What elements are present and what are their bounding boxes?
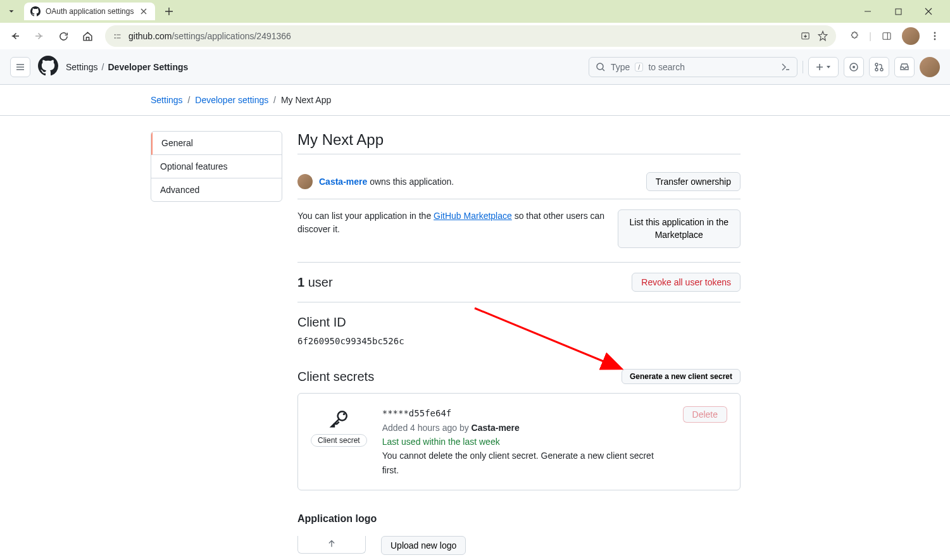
delete-secret-button: Delete xyxy=(683,406,727,423)
window-maximize-button[interactable] xyxy=(887,3,909,20)
browser-nav-bar: github.com/settings/applications/2491366… xyxy=(0,23,950,49)
svg-point-5 xyxy=(934,32,936,34)
crumb-settings-link[interactable]: Settings xyxy=(151,95,183,105)
revoke-tokens-button[interactable]: Revoke all user tokens xyxy=(632,273,741,292)
secret-last-used: Last used within the last week xyxy=(382,435,668,449)
crumb-developer-link[interactable]: Developer settings xyxy=(195,95,268,105)
search-shortcut-kbd: / xyxy=(635,63,643,72)
client-secrets-heading: Client secrets xyxy=(297,370,374,384)
svg-point-7 xyxy=(934,39,936,40)
close-icon xyxy=(141,8,147,15)
generate-client-secret-button[interactable]: Generate a new client secret xyxy=(622,369,741,384)
browser-tab-bar: OAuth application settings xyxy=(0,0,950,23)
svg-point-1 xyxy=(115,34,116,35)
bookmark-star-icon[interactable] xyxy=(817,30,828,42)
crumb-app-name: My Next App xyxy=(281,95,331,105)
list-marketplace-button[interactable]: List this application in theMarketplace xyxy=(618,209,741,248)
breadcrumb-separator: / xyxy=(102,62,104,72)
create-new-button[interactable] xyxy=(808,57,839,77)
marketplace-link[interactable]: GitHub Marketplace xyxy=(434,211,512,221)
svg-point-13 xyxy=(880,68,883,71)
pull-requests-button[interactable] xyxy=(869,57,889,77)
nav-reload-button[interactable] xyxy=(53,26,73,46)
arrow-right-icon xyxy=(34,30,45,42)
owner-text: Casta-mere owns this application. xyxy=(319,177,454,187)
chevron-down-icon xyxy=(7,7,16,16)
sidepanel-button[interactable] xyxy=(877,26,897,46)
window-minimize-button[interactable] xyxy=(856,3,879,20)
issues-button[interactable] xyxy=(844,57,864,77)
header-crumb-developer[interactable]: Developer Settings xyxy=(108,62,188,72)
owner-link[interactable]: Casta-mere xyxy=(319,177,367,187)
client-id-value: 6f260950c99345bc526c xyxy=(297,336,741,346)
user-count: 1 user xyxy=(297,275,333,290)
header-crumb-settings[interactable]: Settings xyxy=(66,62,98,72)
github-menu-button[interactable] xyxy=(10,57,30,77)
browser-tab[interactable]: OAuth application settings xyxy=(24,3,155,20)
tab-title: OAuth application settings xyxy=(46,7,134,16)
pull-request-icon xyxy=(874,62,884,72)
sidebar-item-label: General xyxy=(161,138,193,148)
url-bar[interactable]: github.com/settings/applications/2491366 xyxy=(105,25,836,47)
content-viewport[interactable]: Settings / Developer settings / My Next … xyxy=(0,85,950,560)
panel-icon xyxy=(882,31,892,41)
arrow-left-icon xyxy=(9,30,21,42)
sidebar-item-advanced[interactable]: Advanced xyxy=(151,178,282,201)
client-id-heading: Client ID xyxy=(297,315,741,330)
tab-close-button[interactable] xyxy=(139,6,149,16)
nav-forward-button[interactable] xyxy=(29,26,49,46)
logo-drop-zone[interactable] xyxy=(297,536,366,554)
svg-point-11 xyxy=(875,63,878,66)
secret-added-meta: Added 4 hours ago by Casta-mere xyxy=(382,421,668,435)
app-logo-heading: Application logo xyxy=(297,513,741,525)
url-text: github.com/settings/applications/2491366 xyxy=(128,31,291,41)
marketplace-text: You can list your application in the Git… xyxy=(297,209,618,236)
upload-icon xyxy=(325,538,338,551)
reload-icon xyxy=(58,31,69,42)
notifications-button[interactable] xyxy=(894,57,915,77)
settings-sidebar: General Optional features Advanced xyxy=(151,131,282,555)
command-palette-icon[interactable] xyxy=(780,62,791,72)
github-favicon-icon xyxy=(30,6,41,16)
search-icon xyxy=(596,62,606,72)
site-settings-icon[interactable] xyxy=(113,32,122,41)
sidebar-item-optional-features[interactable]: Optional features xyxy=(151,155,282,178)
window-close-button[interactable] xyxy=(917,3,940,20)
browser-menu-button[interactable] xyxy=(925,26,945,46)
client-secret-item: Client secret *****d55fe64f Added 4 hour… xyxy=(297,393,741,490)
svg-point-12 xyxy=(875,68,878,71)
plus-icon xyxy=(165,7,173,16)
github-logo[interactable] xyxy=(38,56,58,78)
minimize-icon xyxy=(864,8,872,15)
browser-profile-button[interactable] xyxy=(902,27,920,45)
new-tab-button[interactable] xyxy=(160,3,178,20)
extensions-button[interactable] xyxy=(844,26,864,46)
page-title: My Next App xyxy=(297,131,741,154)
svg-point-8 xyxy=(597,63,603,70)
settings-main: My Next App Casta-mere owns this applica… xyxy=(297,131,741,555)
install-app-icon[interactable] xyxy=(800,31,811,42)
svg-point-6 xyxy=(934,35,936,37)
sidebar-item-label: Optional features xyxy=(160,161,228,171)
issue-icon xyxy=(849,62,859,72)
svg-rect-4 xyxy=(883,33,891,40)
github-logo-icon xyxy=(38,56,58,76)
tab-search-dropdown[interactable] xyxy=(3,3,20,20)
nav-back-button[interactable] xyxy=(5,26,25,46)
svg-rect-0 xyxy=(896,9,901,15)
svg-point-10 xyxy=(853,66,855,68)
nav-home-button[interactable] xyxy=(77,26,97,46)
inbox-icon xyxy=(899,62,909,72)
github-search-input[interactable]: Type / to search xyxy=(589,57,797,77)
secret-badge: Client secret xyxy=(311,434,367,447)
upload-logo-button[interactable]: Upload new logo xyxy=(381,536,466,555)
svg-point-2 xyxy=(115,37,116,39)
transfer-ownership-button[interactable]: Transfer ownership xyxy=(646,172,741,191)
svg-point-15 xyxy=(343,413,345,415)
secret-delete-note: You cannot delete the only client secret… xyxy=(382,449,668,477)
user-avatar-button[interactable] xyxy=(920,57,940,77)
home-icon xyxy=(82,31,93,42)
owner-avatar[interactable] xyxy=(297,174,313,189)
sidebar-item-general[interactable]: General xyxy=(151,132,282,155)
maximize-icon xyxy=(895,8,902,15)
